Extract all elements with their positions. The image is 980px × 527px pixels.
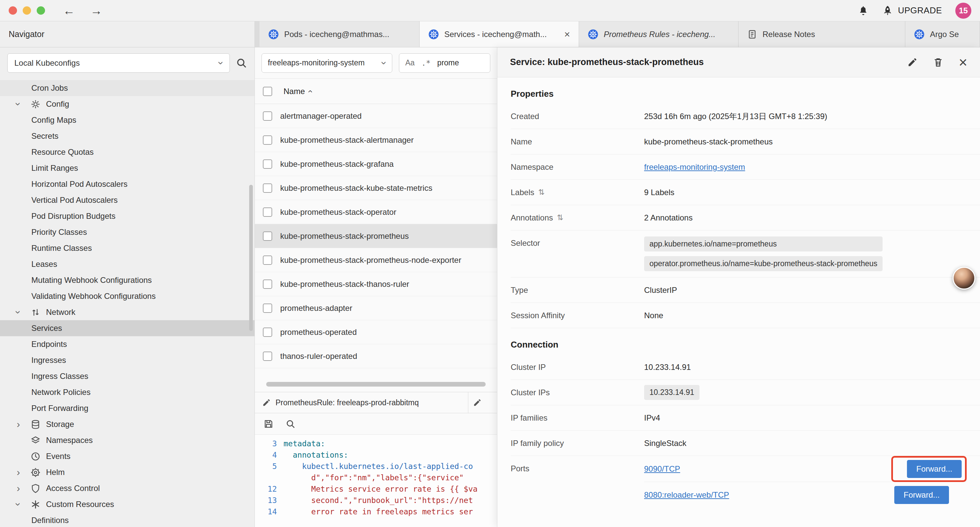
close-icon[interactable]: × [959, 55, 967, 70]
expand-updown-icon[interactable]: ⇅ [538, 188, 545, 197]
row-checkbox[interactable] [263, 352, 272, 361]
sidebar-item-helm[interactable]: › Helm [0, 464, 255, 480]
navigator-tree: Cron Jobs › Config Config Maps Secrets R… [0, 80, 255, 527]
dock-tab-prometheusrule[interactable]: PrometheusRule: freeleaps-prod-rabbitmq [255, 392, 468, 413]
sidebar-item-network[interactable]: › Network [0, 304, 255, 320]
edit-pencil-icon[interactable] [907, 57, 918, 67]
table-row[interactable]: kube-prometheus-stack-kube-state-metrics [255, 176, 497, 200]
pencil-icon [262, 398, 271, 407]
select-all-checkbox[interactable] [263, 87, 272, 96]
match-case-toggle[interactable]: Aa [405, 58, 415, 67]
expand-updown-icon[interactable]: ⇅ [557, 213, 563, 222]
yaml-editor[interactable]: 3metadata: 4 annotations: 5 kubectl.kube… [255, 435, 497, 527]
name-column-header[interactable]: Name [283, 87, 305, 96]
sidebar-item-access-control[interactable]: › Access Control [0, 480, 255, 496]
editor-toolbar [255, 413, 497, 435]
row-checkbox[interactable] [263, 255, 272, 265]
scrollbar-thumb[interactable] [266, 382, 486, 387]
tab-pods[interactable]: Pods - icecheng@mathmas... [259, 21, 420, 47]
port-link-9090[interactable]: 9090/TCP [644, 464, 680, 474]
sidebar-item-endpoints[interactable]: Endpoints [0, 336, 255, 352]
row-checkbox[interactable] [263, 111, 272, 121]
sidebar-item-namespaces[interactable]: Namespaces [0, 432, 255, 448]
table-row[interactable]: kube-prometheus-stack-thanos-ruler [255, 272, 497, 296]
sidebar-item-network-policies[interactable]: Network Policies [0, 384, 255, 400]
namespace-link[interactable]: freeleaps-monitoring-system [644, 162, 745, 172]
chevron-down-icon: › [379, 61, 389, 65]
kubeconfig-dropdown[interactable]: Local Kubeconfigs › [7, 53, 230, 73]
row-checkbox[interactable] [263, 304, 272, 313]
cluster-ips-badge: 10.233.14.91 [644, 385, 700, 400]
close-tab-icon[interactable]: × [564, 29, 570, 39]
sidebar-scrollbar[interactable] [249, 185, 253, 331]
row-checkbox[interactable] [263, 280, 272, 289]
forward-button[interactable]: Forward... [894, 486, 949, 504]
sidebar-item-resource-quotas[interactable]: Resource Quotas [0, 144, 255, 160]
row-checkbox[interactable] [263, 159, 272, 169]
sidebar-item-ingresses[interactable]: Ingresses [0, 352, 255, 368]
sidebar-item-cron-jobs[interactable]: Cron Jobs [0, 80, 255, 96]
table-row[interactable]: prometheus-adapter [255, 296, 497, 320]
sidebar-item-runtime-classes[interactable]: Runtime Classes [0, 240, 255, 256]
sidebar-item-limit-ranges[interactable]: Limit Ranges [0, 160, 255, 176]
bell-icon[interactable] [858, 5, 869, 16]
tab-prometheus-rules[interactable]: Prometheus Rules - icecheng... [579, 21, 738, 47]
close-window-button[interactable] [9, 6, 17, 15]
forward-icon[interactable]: → [91, 5, 102, 17]
sidebar-item-leases[interactable]: Leases [0, 256, 255, 272]
sidebar-item-ingress-classes[interactable]: Ingress Classes [0, 368, 255, 384]
table-row[interactable]: prometheus-operated [255, 320, 497, 344]
sidebar-item-storage[interactable]: › Storage [0, 416, 255, 432]
back-icon[interactable]: ← [63, 5, 75, 17]
search-icon[interactable] [236, 57, 247, 69]
table-row[interactable]: kube-prometheus-stack-prometheus-node-ex… [255, 248, 497, 272]
table-row[interactable]: alertmanager-operated [255, 104, 497, 128]
chevron-right-icon: › [17, 467, 20, 477]
sidebar-item-secrets[interactable]: Secrets [0, 128, 255, 144]
horizontal-scrollbar[interactable] [264, 382, 488, 387]
sidebar-item-horizontal-pod-autoscalers[interactable]: Horizontal Pod Autoscalers [0, 176, 255, 192]
table-row[interactable]: thanos-ruler-operated [255, 344, 497, 368]
service-name: kube-prometheus-stack-operator [280, 207, 396, 217]
notification-count-badge[interactable]: 15 [955, 3, 971, 19]
sidebar-item-events[interactable]: Events [0, 448, 255, 464]
table-row-selected[interactable]: kube-prometheus-stack-prometheus [255, 224, 497, 248]
search-icon[interactable] [286, 419, 296, 429]
regex-toggle[interactable]: .* [421, 59, 431, 67]
sidebar-item-vertical-pod-autoscalers[interactable]: Vertical Pod Autoscalers [0, 192, 255, 208]
service-name: kube-prometheus-stack-grafana [280, 159, 394, 169]
sidebar-item-definitions[interactable]: Definitions [0, 512, 255, 527]
sidebar-item-validating-webhook-configurations[interactable]: Validating Webhook Configurations [0, 288, 255, 304]
sidebar-item-config[interactable]: › Config [0, 96, 255, 112]
tab-services[interactable]: Services - icecheng@math... × [420, 21, 579, 47]
namespace-dropdown[interactable]: freeleaps-monitoring-system › [261, 53, 392, 73]
sidebar-item-pod-disruption-budgets[interactable]: Pod Disruption Budgets [0, 208, 255, 224]
row-checkbox[interactable] [263, 207, 272, 217]
forward-button[interactable]: Forward... [907, 460, 962, 478]
table-row[interactable]: kube-prometheus-stack-grafana [255, 152, 497, 176]
delete-trash-icon[interactable] [933, 57, 943, 67]
table-row[interactable]: kube-prometheus-stack-operator [255, 200, 497, 224]
filter-row: freeleaps-monitoring-system › Aa .* prom… [255, 47, 497, 79]
sort-caret-icon[interactable]: › [305, 90, 314, 93]
port-link-8080[interactable]: 8080:reloader-web/TCP [644, 490, 729, 500]
sidebar-item-mutating-webhook-configurations[interactable]: Mutating Webhook Configurations [0, 272, 255, 288]
sidebar-item-custom-resources[interactable]: › Custom Resources [0, 496, 255, 512]
zoom-window-button[interactable] [37, 6, 45, 15]
sidebar-item-priority-classes[interactable]: Priority Classes [0, 224, 255, 240]
row-checkbox[interactable] [263, 231, 272, 241]
table-search-input[interactable]: Aa .* prome [399, 53, 490, 73]
save-icon[interactable] [264, 419, 274, 429]
row-checkbox[interactable] [263, 183, 272, 193]
upgrade-button[interactable]: UPGRADE [882, 5, 942, 16]
row-checkbox[interactable] [263, 135, 272, 145]
sidebar-item-config-maps[interactable]: Config Maps [0, 112, 255, 128]
minimize-window-button[interactable] [23, 6, 31, 15]
row-checkbox[interactable] [263, 328, 272, 337]
tab-argo[interactable]: Argo Se [905, 21, 980, 47]
dock-tab-next[interactable] [468, 392, 497, 413]
sidebar-item-services[interactable]: Services [0, 320, 255, 336]
tab-release-notes[interactable]: Release Notes [738, 21, 905, 47]
sidebar-item-port-forwarding[interactable]: Port Forwarding [0, 400, 255, 416]
table-row[interactable]: kube-prometheus-stack-alertmanager [255, 128, 497, 152]
